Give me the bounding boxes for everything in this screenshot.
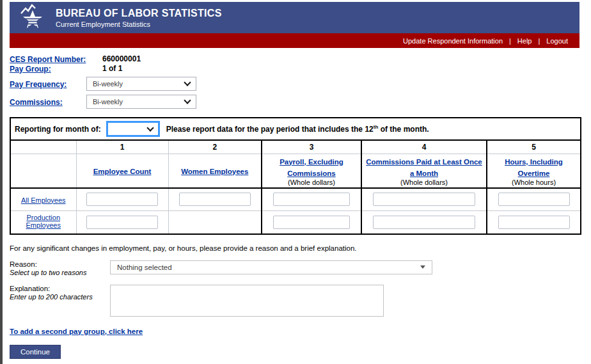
commissions-header-link[interactable]: Commissions Paid at Least Once a Month (366, 158, 482, 177)
production-employees-row-link[interactable]: Production Employees (14, 214, 73, 229)
pay-group-label[interactable]: Pay Group: (10, 65, 51, 74)
column-number: 3 (262, 140, 361, 154)
hours-header-link[interactable]: Hours, Including Overtime (505, 158, 563, 177)
column-header-row: Employee Count Women Employees Payroll, … (10, 154, 581, 188)
employee-count-all-input[interactable] (86, 193, 158, 206)
update-respondent-link[interactable]: Update Respondent Information (397, 37, 509, 45)
help-link[interactable]: Help (511, 37, 539, 45)
pay-frequency-value: Bi-weekly (93, 80, 123, 88)
chevron-down-icon (184, 97, 191, 104)
reason-hint: Select up to two reasons (10, 269, 110, 276)
reason-multiselect[interactable]: Nothing selected (110, 260, 432, 274)
explanation-hint: Enter up to 200 characters (10, 293, 110, 301)
window-edge (0, 0, 3, 364)
commissions-production-input[interactable] (373, 216, 475, 229)
reason-value: Nothing selected (117, 264, 172, 271)
all-employees-row: All Employees (10, 188, 581, 211)
bls-star-logo-icon (19, 4, 47, 32)
reason-label: Reason: (10, 260, 110, 268)
hours-production-input[interactable] (498, 216, 570, 229)
commissions-all-input[interactable] (373, 193, 475, 206)
ces-report-number-value: 660000001 (102, 54, 141, 63)
payroll-all-input[interactable] (273, 193, 350, 206)
production-employees-row: Production Employees (10, 211, 581, 234)
data-entry-table: Reporting for month of: Please report da… (10, 117, 581, 235)
column-number: 4 (361, 140, 487, 154)
women-employees-all-input[interactable] (179, 193, 251, 206)
explanation-label: Explanation: (10, 285, 110, 292)
explanation-textarea[interactable] (110, 285, 384, 317)
reporting-instruction: Please report data for the pay period th… (166, 124, 429, 134)
page: BUREAU OF LABOR STATISTICS Current Emplo… (10, 2, 579, 364)
pay-group-value: 1 of 1 (102, 64, 122, 73)
corner-cell (10, 154, 76, 188)
agency-title: BUREAU OF LABOR STATISTICS (56, 8, 222, 19)
corner-cell (10, 140, 76, 154)
all-employees-row-link[interactable]: All Employees (21, 196, 66, 204)
reporting-month-label: Reporting for month of: (15, 125, 101, 134)
continue-button[interactable]: Continue (10, 345, 61, 359)
payroll-header-link[interactable]: Payroll, Excluding Commissions (280, 158, 343, 177)
commissions-select[interactable]: Bi-weekly (86, 95, 196, 109)
commissions-value: Bi-weekly (93, 98, 123, 106)
hours-all-input[interactable] (498, 193, 570, 206)
payroll-production-input[interactable] (273, 216, 350, 229)
pay-frequency-label[interactable]: Pay Frequency: (10, 80, 67, 89)
changes-note: For any significant changes in employmen… (10, 244, 579, 252)
program-subtitle: Current Employment Statistics (56, 20, 222, 28)
reporting-month-select[interactable] (106, 121, 160, 137)
column-number: 5 (487, 140, 581, 154)
column-number: 2 (168, 140, 262, 154)
column-number: 1 (76, 140, 168, 154)
chevron-down-icon (184, 79, 191, 86)
women-employees-header-link[interactable]: Women Employees (181, 168, 248, 175)
logout-link[interactable]: Logout (540, 37, 574, 45)
chevron-down-icon (146, 124, 154, 131)
caret-down-icon (420, 265, 425, 269)
add-pay-group-link[interactable]: To add a second pay group, click here (10, 328, 143, 335)
top-nav-bar: Update Respondent Information | Help | L… (10, 33, 579, 48)
employee-count-production-input[interactable] (86, 216, 158, 229)
masthead-text: BUREAU OF LABOR STATISTICS Current Emplo… (56, 8, 222, 28)
masthead: BUREAU OF LABOR STATISTICS Current Emplo… (10, 2, 579, 33)
commissions-label[interactable]: Commissions: (10, 98, 63, 107)
employee-count-header-link[interactable]: Employee Count (93, 168, 152, 175)
pay-frequency-select[interactable]: Bi-weekly (86, 77, 196, 91)
column-number-row: 1 2 3 4 5 (10, 140, 581, 154)
report-info: CES Report Number: 660000001 Pay Group: … (10, 54, 579, 109)
